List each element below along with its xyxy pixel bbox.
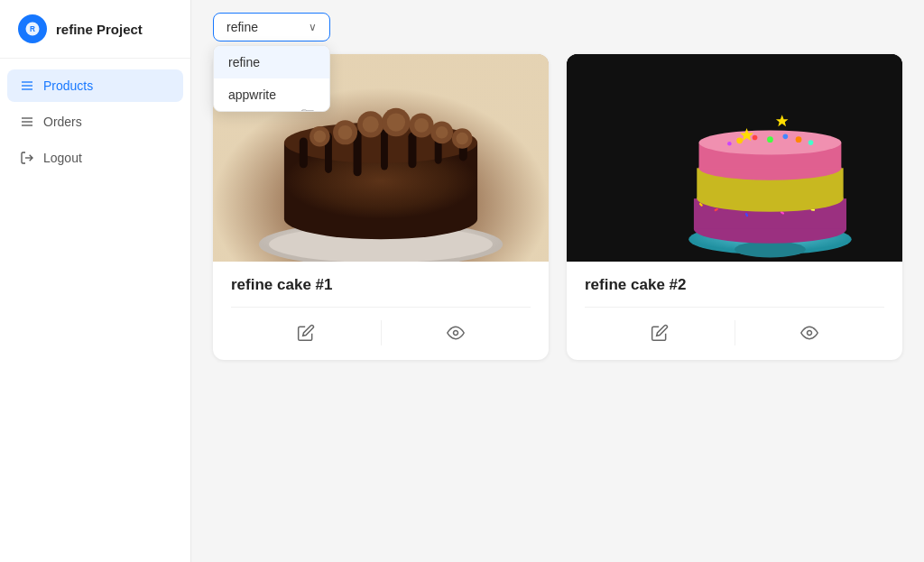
- show-button-cake2[interactable]: [735, 317, 885, 349]
- svg-point-63: [796, 136, 802, 143]
- product-image-cake2: [567, 54, 902, 262]
- svg-point-34: [314, 131, 327, 143]
- dropdown-option-refine[interactable]: refine: [214, 46, 329, 78]
- svg-point-30: [414, 118, 429, 133]
- product-actions-cake2: [585, 307, 884, 349]
- svg-point-62: [783, 134, 789, 140]
- svg-point-60: [753, 135, 758, 141]
- sidebar-item-products-label: Products: [43, 78, 93, 93]
- eye-icon-cake2: [800, 324, 818, 342]
- svg-point-24: [338, 125, 353, 140]
- product-info-cake2: refine cake #2: [567, 262, 902, 360]
- sidebar-item-orders[interactable]: Orders: [7, 106, 183, 138]
- logout-icon: [20, 151, 34, 165]
- svg-point-42: [735, 241, 806, 257]
- sidebar: R refine Project Products: [0, 0, 191, 562]
- data-provider-dropdown[interactable]: refine ∨ refine appwrite ☞: [213, 13, 330, 41]
- sidebar-nav: Products Orders Logout: [0, 59, 190, 185]
- dropdown-trigger[interactable]: refine ∨: [213, 13, 330, 41]
- svg-point-68: [808, 331, 812, 336]
- edit-button-cake1[interactable]: [231, 317, 381, 349]
- svg-rect-16: [300, 137, 308, 168]
- svg-rect-19: [381, 129, 388, 170]
- topbar: refine ∨ refine appwrite ☞: [191, 0, 924, 54]
- svg-point-64: [727, 142, 732, 146]
- edit-icon: [297, 324, 315, 342]
- app-title: refine Project: [56, 22, 143, 37]
- main-content: refine ∨ refine appwrite ☞: [191, 0, 924, 562]
- svg-point-61: [767, 136, 773, 143]
- svg-point-32: [436, 126, 448, 139]
- sidebar-item-logout-label: Logout: [43, 151, 82, 165]
- show-button-cake1[interactable]: [382, 317, 531, 349]
- dropdown-menu: refine appwrite ☞: [213, 45, 330, 112]
- sidebar-item-products[interactable]: Products: [7, 69, 183, 102]
- chevron-down-icon: ∨: [309, 21, 317, 33]
- sidebar-item-orders-label: Orders: [43, 115, 82, 129]
- orders-icon: [20, 115, 34, 129]
- edit-icon-cake2: [651, 324, 669, 342]
- product-name-cake2: refine cake #2: [585, 276, 884, 294]
- cursor-pointer: ☞: [300, 104, 315, 112]
- dropdown-selected-value: refine: [226, 20, 258, 34]
- product-name-cake1: refine cake #1: [231, 276, 531, 294]
- svg-rect-20: [408, 133, 416, 168]
- product-info-cake1: refine cake #1: [213, 262, 549, 360]
- dropdown-option-appwrite[interactable]: appwrite ☞: [214, 78, 329, 111]
- svg-point-26: [363, 116, 379, 133]
- logo-icon: R: [18, 14, 47, 43]
- eye-icon-cake1: [447, 324, 465, 342]
- sidebar-item-logout[interactable]: Logout: [7, 142, 183, 174]
- product-actions-cake1: [231, 307, 531, 349]
- edit-button-cake2[interactable]: [585, 317, 735, 349]
- svg-text:R: R: [30, 25, 35, 33]
- sidebar-header: R refine Project: [0, 0, 190, 59]
- svg-point-37: [454, 331, 458, 336]
- products-icon: [20, 78, 34, 93]
- svg-point-36: [456, 133, 468, 145]
- svg-point-65: [808, 140, 814, 145]
- product-card-cake2: refine cake #2: [567, 54, 902, 360]
- svg-point-28: [387, 113, 405, 131]
- svg-point-59: [736, 137, 743, 143]
